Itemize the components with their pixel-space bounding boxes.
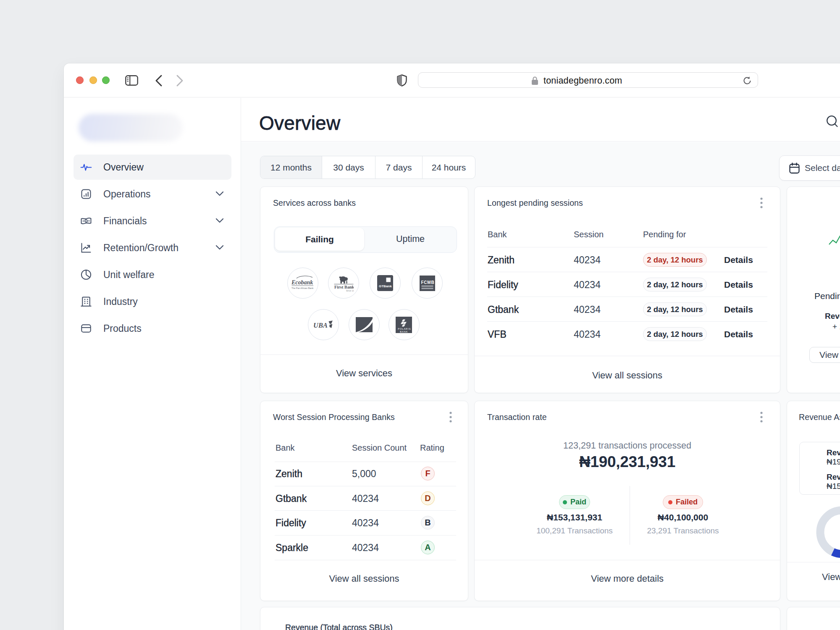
svg-text:GTBank: GTBank	[379, 284, 392, 288]
svg-text:BANK: BANK	[400, 330, 408, 333]
svg-text:POLARIS: POLARIS	[398, 328, 411, 330]
svg-text:Ecobank: Ecobank	[291, 279, 313, 286]
svg-text:The Pan African Bank: The Pan African Bank	[291, 287, 313, 289]
svg-text:UBA: UBA	[313, 321, 328, 329]
svg-text:First Bank: First Bank	[334, 285, 354, 289]
svg-text:Since 1894: Since 1894	[346, 289, 354, 292]
svg-text:FCMB: FCMB	[421, 280, 434, 284]
